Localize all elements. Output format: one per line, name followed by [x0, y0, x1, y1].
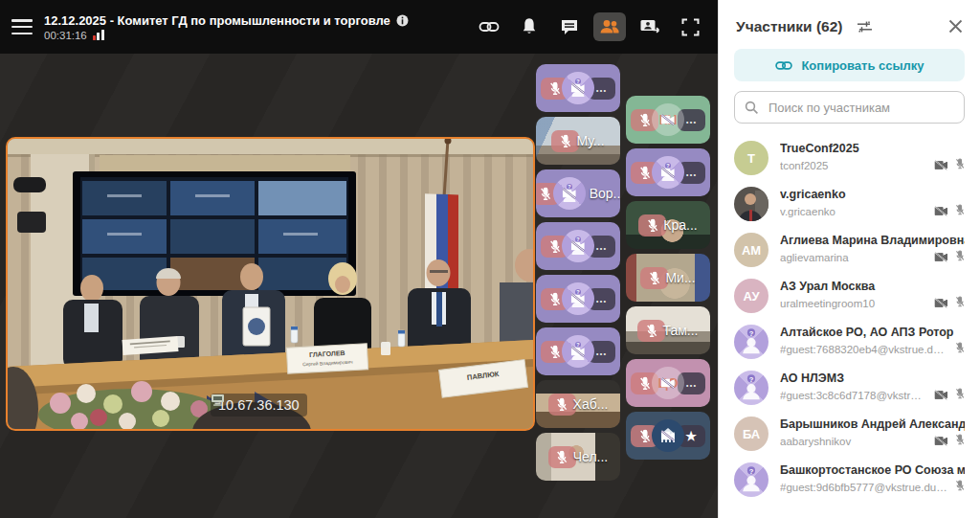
svg-text:?: ? — [749, 375, 754, 384]
video-thumbnail[interactable]: Му... — [536, 117, 620, 165]
participant-row[interactable]: ?Башкортостанское РО Союза ма...#guest:9… — [719, 457, 980, 503]
participants-filter-button[interactable] — [855, 18, 875, 35]
participant-subrow: #guest:7688320eb4@vkstrue.dum... — [780, 341, 965, 358]
notifications-button[interactable] — [513, 12, 546, 41]
participant-row[interactable]: v.gricaenkov.gricaenko — [719, 181, 980, 227]
video-thumbnail[interactable]: ★ — [626, 412, 710, 460]
svg-text:?: ? — [749, 467, 754, 476]
meeting-room-scene: ГЛАГОЛЕВ Сергей Владимирович ПАВЛЮК — [8, 139, 533, 429]
participants-button[interactable] — [593, 12, 626, 41]
participant-row[interactable]: АУАЗ Урал Москваuralmeetingroom10 — [719, 273, 980, 319]
video-thumbnail[interactable]: Кра... — [626, 201, 710, 249]
fullscreen-icon — [681, 18, 700, 36]
video-thumbnail[interactable]: ?Вор... — [536, 169, 620, 217]
guest-avatar: ? — [562, 282, 594, 315]
participant-subrow: tconf2025 — [780, 157, 965, 174]
participant-status-icons — [934, 203, 965, 220]
info-icon[interactable] — [396, 14, 409, 27]
thumbnail-overlay: Там... — [637, 320, 698, 342]
participant-status-icons — [955, 341, 965, 358]
participant-subrow: aabaryshnikov — [780, 433, 965, 450]
participant-info: АЗ Урал Москваuralmeetingroom10 — [780, 280, 965, 312]
video-thumbnail[interactable]: ЦО… — [626, 359, 710, 407]
menu-icon[interactable] — [11, 19, 33, 34]
participant-row[interactable]: АМАглиева Марина Владимировнаaglievamari… — [719, 227, 980, 273]
participant-subrow: v.gricaenko — [780, 203, 965, 220]
chat-icon — [560, 18, 579, 36]
participant-row[interactable]: TTrueConf2025tconf2025 — [719, 135, 980, 181]
copy-link-button[interactable]: Копировать ссылку — [734, 49, 965, 81]
thumbnail-label: Там... — [662, 323, 698, 338]
present-button[interactable] — [634, 12, 666, 41]
participant-id: tconf2025 — [780, 160, 927, 171]
participant-status-icons — [955, 479, 965, 496]
video-thumbnail[interactable]: ?… — [536, 275, 620, 323]
close-icon — [948, 19, 963, 34]
top-bar: 12.12.2025 - Комитет ГД по промышленност… — [0, 0, 718, 54]
participant-row[interactable]: ?АО НЛЭМЗ#guest:3c8c6d7178@vkstrue.d... — [719, 365, 980, 411]
guest-avatar: ? — [734, 371, 768, 405]
copy-link-icon-button[interactable] — [473, 12, 505, 41]
fullscreen-button[interactable] — [674, 12, 706, 41]
mic-muted-icon — [548, 394, 576, 416]
participant-id: #guest:9d6bfb5777@vkstrue.duma... — [780, 482, 948, 493]
video-thumbnail[interactable]: Ми... — [626, 254, 710, 302]
thumbnail-label: Му... — [576, 133, 604, 148]
participant-row[interactable]: БАБарышников Андрей Александр...aabarysh… — [719, 411, 980, 457]
video-conference-app: 12.12.2025 - Комитет ГД по промышленност… — [0, 0, 980, 518]
participant-status-icons — [934, 249, 965, 266]
conference-timer: 00:31:16 — [44, 30, 87, 41]
conference-title: 12.12.2025 - Комитет ГД по промышленност… — [44, 13, 390, 28]
thumbnail-overlay: ?… — [541, 72, 615, 104]
mic-muted-icon — [955, 479, 965, 496]
mic-muted-icon — [955, 341, 965, 358]
main-video-tile[interactable]: ГЛАГОЛЕВ Сергей Владимирович ПАВЛЮК — [6, 137, 535, 431]
close-panel-button[interactable] — [947, 17, 965, 35]
guest-avatar: ? — [553, 177, 586, 210]
initials-avatar: ЦО — [652, 367, 684, 399]
participant-search — [734, 91, 965, 124]
video-thumbnail[interactable]: ?… — [536, 327, 620, 375]
chat-button[interactable] — [553, 12, 586, 41]
mic-muted-icon — [955, 157, 965, 174]
participant-row[interactable]: ?Алтайское РО, АО АПЗ Ротор#guest:768832… — [719, 319, 980, 365]
thumbnail-column-left: ?…Му...?Вор...?…?…?…Хаб...Чел... — [536, 64, 620, 481]
search-input[interactable] — [767, 100, 954, 116]
thumbnail-overlay: Му... — [551, 130, 604, 152]
connection-quality-icon — [93, 30, 104, 40]
participant-name: Башкортостанское РО Союза ма... — [780, 463, 965, 477]
participant-id: aglievamarina — [780, 252, 927, 263]
video-thumbnail[interactable]: ?… — [536, 222, 620, 270]
mic-muted-icon — [955, 433, 965, 450]
camera-muted-icon — [562, 282, 594, 315]
nameplate-glagolev: ГЛАГОЛЕВ Сергей Владимирович — [286, 344, 368, 373]
guest-avatar: ? — [562, 72, 594, 104]
video-thumbnail[interactable]: ?… — [536, 64, 620, 112]
participant-info: v.gricaenkov.gricaenko — [780, 188, 965, 220]
participants-list: TTrueConf2025tconf2025v.gricaenkov.grica… — [719, 129, 980, 518]
video-thumbnail[interactable]: Там... — [626, 306, 710, 354]
thumbnail-label: Кра... — [663, 217, 697, 233]
camera-muted-icon — [934, 157, 948, 174]
video-thumbnail[interactable]: Чел... — [536, 433, 620, 481]
link-icon — [774, 58, 793, 73]
participant-status-icons — [934, 157, 965, 174]
video-stage: 12.12.2025 - Комитет ГД по промышленност… — [0, 0, 718, 518]
mic-muted-icon — [955, 387, 965, 404]
thumbnail-overlay: ★ — [631, 419, 705, 452]
camera-muted-icon — [652, 419, 684, 452]
participant-name: v.gricaenko — [780, 188, 965, 201]
participant-id: aabaryshnikov — [780, 436, 927, 447]
participant-subrow: #guest:3c8c6d7178@vkstrue.d... — [780, 387, 965, 404]
camera-muted-icon — [934, 295, 948, 312]
camera-muted-icon — [934, 433, 948, 450]
video-thumbnail[interactable]: ?… — [626, 148, 710, 196]
guest-avatar: ? — [652, 156, 684, 189]
thumbnail-label: Хаб... — [573, 396, 609, 412]
camera-muted-icon — [652, 103, 684, 136]
participants-icon — [599, 18, 620, 35]
thumbnail-overlay: Хаб... — [548, 394, 609, 416]
participant-status-icons — [934, 433, 965, 450]
video-thumbnail[interactable]: КН… — [626, 96, 710, 144]
video-thumbnail[interactable]: Хаб... — [536, 380, 620, 428]
